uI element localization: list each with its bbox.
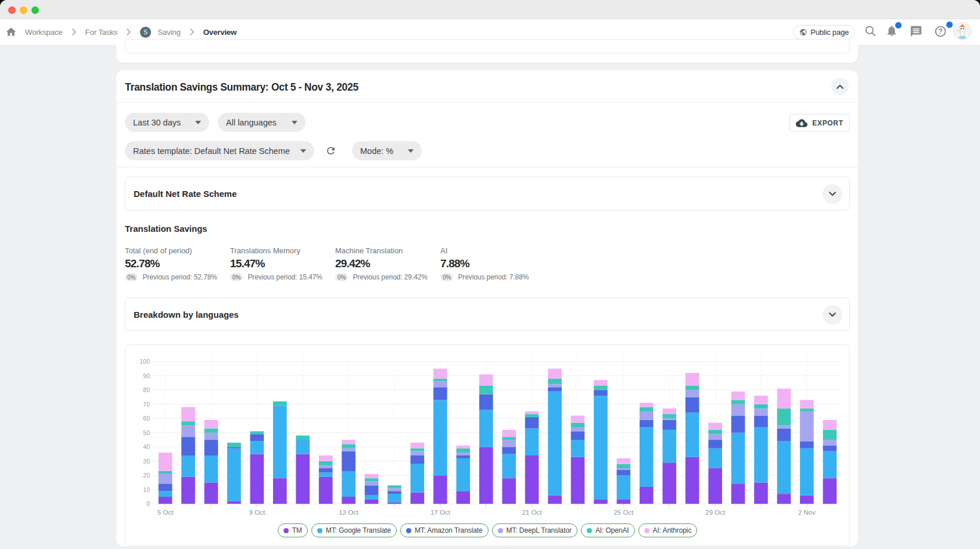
svg-text:25 Oct: 25 Oct (613, 509, 634, 516)
svg-text:21 Oct: 21 Oct (522, 509, 543, 516)
svg-text:50: 50 (143, 429, 150, 436)
svg-text:70: 70 (143, 401, 150, 408)
svg-text:30: 30 (143, 458, 150, 465)
svg-text:40: 40 (143, 443, 150, 450)
svg-text:2 Nov: 2 Nov (798, 509, 816, 516)
svg-text:100: 100 (139, 358, 150, 365)
svg-text:90: 90 (143, 372, 150, 379)
svg-text:20: 20 (143, 472, 150, 479)
svg-text:29 Oct: 29 Oct (705, 509, 726, 516)
svg-text:80: 80 (143, 386, 150, 393)
svg-text:60: 60 (143, 415, 150, 422)
svg-text:17 Oct: 17 Oct (430, 509, 451, 516)
svg-text:0: 0 (146, 500, 150, 507)
svg-text:9 Oct: 9 Oct (249, 509, 265, 516)
svg-text:13 Oct: 13 Oct (339, 509, 359, 516)
svg-text:?: ? (938, 27, 942, 35)
svg-text:5 Oct: 5 Oct (157, 509, 174, 516)
svg-text:10: 10 (143, 486, 150, 493)
